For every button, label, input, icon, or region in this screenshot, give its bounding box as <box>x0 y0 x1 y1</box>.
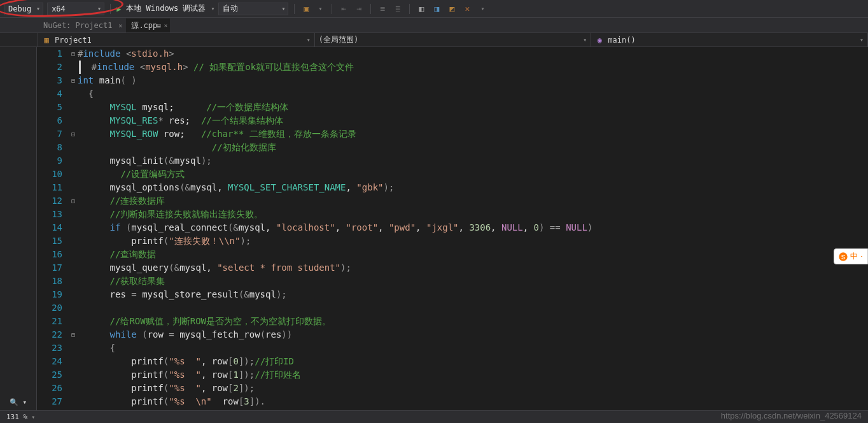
nav-bar: ▦ Project1 (全局范围) ◉ main() <box>0 33 868 47</box>
bookmark-icon[interactable]: ◧ <box>416 3 427 15</box>
line-numbers: 1234567891011121314151617181920212223242… <box>37 47 69 410</box>
project-dropdown[interactable]: ▦ Project1 <box>38 33 315 47</box>
fold-margin[interactable]: ⊟⊟⊟⊟⊟ <box>69 47 78 410</box>
play-icon: ▶ <box>116 4 121 13</box>
outdent-icon[interactable]: ⇥ <box>353 3 365 15</box>
bookmark-next-icon[interactable]: ◩ <box>446 3 458 15</box>
search-icon[interactable]: 🔍 ▾ <box>6 394 31 410</box>
document-tabs: NuGet: Project1 × 源.cpp ⬓ × <box>0 18 868 33</box>
scope-dropdown[interactable]: (全局范围) <box>315 33 592 47</box>
config-dropdown[interactable]: Debug <box>4 3 43 15</box>
ime-label: 中 <box>850 251 858 262</box>
nav-spacer <box>0 33 38 47</box>
nav-label: Project1 <box>55 36 92 45</box>
stack-icon[interactable]: ▣ <box>300 3 312 15</box>
left-sidebar: 🔍 ▾ <box>0 47 37 410</box>
tab-label: NuGet: Project1 <box>43 21 112 30</box>
chevron-down-icon[interactable]: ▾ <box>314 3 326 15</box>
close-icon[interactable]: × <box>118 22 122 29</box>
debugger-label[interactable]: 本地 Windows 调试器 <box>125 3 207 14</box>
bookmark-clear-icon[interactable]: ✕ <box>461 3 473 15</box>
separator <box>370 4 371 14</box>
chevron-down-icon[interactable]: ▾ <box>211 5 214 12</box>
watermark: https://blog.csdn.net/weixin_42569124 <box>721 411 862 420</box>
tab-source[interactable]: 源.cpp ⬓ × <box>126 18 170 32</box>
separator <box>409 4 410 14</box>
main-area: 🔍 ▾ 123456789101112131415161718192021222… <box>0 47 868 410</box>
chevron-down-icon[interactable]: ▾ <box>31 413 35 420</box>
nav-label: main() <box>608 36 635 45</box>
main-toolbar: Debug x64 ▶ 本地 Windows 调试器 ▾ 自动 ▣ ▾ ⇤ ⇥ … <box>0 0 868 18</box>
function-dropdown[interactable]: ◉ main() <box>591 33 868 47</box>
tab-nuget[interactable]: NuGet: Project1 × <box>38 18 125 32</box>
ime-indicator[interactable]: 中･ <box>834 248 868 264</box>
project-icon: ▦ <box>42 36 51 45</box>
auto-dropdown[interactable]: 自动 <box>218 3 288 15</box>
platform-dropdown[interactable]: x64 <box>47 3 104 15</box>
code-content[interactable]: #include <stdio.h> #include <mysql.h> //… <box>78 47 868 410</box>
separator <box>110 4 111 14</box>
bookmark-prev-icon[interactable]: ◨ <box>431 3 442 15</box>
comment-icon[interactable]: ≡ <box>377 3 388 15</box>
separator <box>332 4 332 14</box>
code-editor[interactable]: 1234567891011121314151617181920212223242… <box>37 47 868 410</box>
tab-label: 源.cpp <box>131 20 157 31</box>
separator <box>294 4 295 14</box>
zoom-level[interactable]: 131 % <box>6 413 27 421</box>
chevron-down-icon[interactable]: ▾ <box>477 3 488 15</box>
sogou-icon <box>838 252 848 262</box>
indent-icon[interactable]: ⇤ <box>338 3 349 15</box>
pin-icon[interactable]: ⬓ × <box>157 22 167 29</box>
uncomment-icon[interactable]: ≣ <box>392 3 403 15</box>
method-icon: ◉ <box>595 36 604 45</box>
nav-label: (全局范围) <box>319 34 358 45</box>
